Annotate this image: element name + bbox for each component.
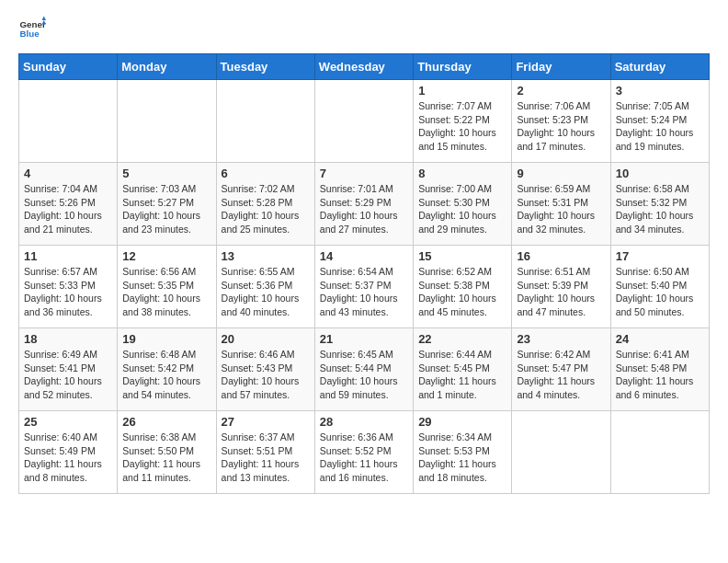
day-number: 23 xyxy=(517,332,605,346)
day-info: Sunrise: 7:00 AM Sunset: 5:30 PM Dayligh… xyxy=(418,182,506,236)
day-number: 5 xyxy=(122,167,210,180)
day-number: 12 xyxy=(122,249,210,263)
svg-text:Blue: Blue xyxy=(20,29,40,39)
svg-marker-2 xyxy=(42,17,47,21)
day-info: Sunrise: 6:44 AM Sunset: 5:45 PM Dayligh… xyxy=(418,348,506,402)
day-number: 19 xyxy=(122,332,210,346)
week-row-4: 18Sunrise: 6:49 AM Sunset: 5:41 PM Dayli… xyxy=(19,328,710,411)
calendar-cell: 15Sunrise: 6:52 AM Sunset: 5:38 PM Dayli… xyxy=(414,246,512,328)
day-number: 15 xyxy=(418,249,506,263)
calendar-cell: 4Sunrise: 7:04 AM Sunset: 5:26 PM Daylig… xyxy=(19,163,118,246)
day-number: 4 xyxy=(24,167,112,180)
calendar-cell: 3Sunrise: 7:05 AM Sunset: 5:24 PM Daylig… xyxy=(610,80,709,163)
day-info: Sunrise: 6:34 AM Sunset: 5:53 PM Dayligh… xyxy=(418,431,506,485)
calendar-cell: 7Sunrise: 7:01 AM Sunset: 5:29 PM Daylig… xyxy=(314,163,413,246)
day-info: Sunrise: 7:06 AM Sunset: 5:23 PM Dayligh… xyxy=(517,99,605,154)
calendar-cell: 6Sunrise: 7:02 AM Sunset: 5:28 PM Daylig… xyxy=(216,163,314,246)
calendar-cell: 29Sunrise: 6:34 AM Sunset: 5:53 PM Dayli… xyxy=(414,411,512,494)
day-info: Sunrise: 6:41 AM Sunset: 5:48 PM Dayligh… xyxy=(616,348,704,402)
weekday-row: SundayMondayTuesdayWednesdayThursdayFrid… xyxy=(19,54,710,80)
week-row-3: 11Sunrise: 6:57 AM Sunset: 5:33 PM Dayli… xyxy=(19,246,710,328)
day-info: Sunrise: 6:50 AM Sunset: 5:40 PM Dayligh… xyxy=(616,265,704,319)
calendar-cell xyxy=(610,411,709,494)
header: General Blue xyxy=(18,15,710,42)
weekday-header-wednesday: Wednesday xyxy=(314,54,413,80)
calendar-cell: 1Sunrise: 7:07 AM Sunset: 5:22 PM Daylig… xyxy=(414,80,512,163)
calendar-cell: 26Sunrise: 6:38 AM Sunset: 5:50 PM Dayli… xyxy=(118,411,216,494)
weekday-header-tuesday: Tuesday xyxy=(216,54,314,80)
day-number: 3 xyxy=(616,84,704,98)
calendar-cell: 11Sunrise: 6:57 AM Sunset: 5:33 PM Dayli… xyxy=(19,246,118,328)
day-number: 20 xyxy=(222,332,310,346)
day-number: 18 xyxy=(24,332,112,346)
calendar-cell: 17Sunrise: 6:50 AM Sunset: 5:40 PM Dayli… xyxy=(610,246,709,328)
calendar-cell: 14Sunrise: 6:54 AM Sunset: 5:37 PM Dayli… xyxy=(314,246,413,328)
day-info: Sunrise: 7:03 AM Sunset: 5:27 PM Dayligh… xyxy=(122,182,210,236)
calendar-cell: 8Sunrise: 7:00 AM Sunset: 5:30 PM Daylig… xyxy=(414,163,512,246)
day-info: Sunrise: 6:58 AM Sunset: 5:32 PM Dayligh… xyxy=(616,182,704,236)
calendar-cell xyxy=(216,80,314,163)
svg-text:General: General xyxy=(20,19,47,29)
day-info: Sunrise: 7:02 AM Sunset: 5:28 PM Dayligh… xyxy=(222,182,310,236)
day-info: Sunrise: 6:56 AM Sunset: 5:35 PM Dayligh… xyxy=(122,265,210,319)
day-info: Sunrise: 6:38 AM Sunset: 5:50 PM Dayligh… xyxy=(122,431,210,485)
week-row-1: 1Sunrise: 7:07 AM Sunset: 5:22 PM Daylig… xyxy=(19,80,710,163)
calendar-cell: 21Sunrise: 6:45 AM Sunset: 5:44 PM Dayli… xyxy=(314,328,413,411)
day-number: 2 xyxy=(517,84,605,98)
day-number: 7 xyxy=(320,167,408,180)
calendar-cell xyxy=(314,80,413,163)
calendar-cell: 2Sunrise: 7:06 AM Sunset: 5:23 PM Daylig… xyxy=(512,80,610,163)
calendar-cell xyxy=(118,80,216,163)
day-info: Sunrise: 6:57 AM Sunset: 5:33 PM Dayligh… xyxy=(24,265,112,319)
day-info: Sunrise: 6:54 AM Sunset: 5:37 PM Dayligh… xyxy=(320,265,408,319)
day-info: Sunrise: 7:01 AM Sunset: 5:29 PM Dayligh… xyxy=(320,182,408,236)
day-number: 28 xyxy=(320,415,408,429)
logo: General Blue xyxy=(18,15,46,42)
calendar-table: SundayMondayTuesdayWednesdayThursdayFrid… xyxy=(18,53,710,494)
calendar-cell xyxy=(512,411,610,494)
calendar-cell: 16Sunrise: 6:51 AM Sunset: 5:39 PM Dayli… xyxy=(512,246,610,328)
day-info: Sunrise: 6:45 AM Sunset: 5:44 PM Dayligh… xyxy=(320,348,408,402)
weekday-header-monday: Monday xyxy=(118,54,216,80)
weekday-header-saturday: Saturday xyxy=(610,54,709,80)
day-info: Sunrise: 6:49 AM Sunset: 5:41 PM Dayligh… xyxy=(24,348,112,402)
day-info: Sunrise: 7:05 AM Sunset: 5:24 PM Dayligh… xyxy=(616,99,704,154)
day-info: Sunrise: 6:48 AM Sunset: 5:42 PM Dayligh… xyxy=(122,348,210,402)
day-number: 21 xyxy=(320,332,408,346)
day-number: 22 xyxy=(418,332,506,346)
day-number: 9 xyxy=(517,167,605,180)
week-row-2: 4Sunrise: 7:04 AM Sunset: 5:26 PM Daylig… xyxy=(19,163,710,246)
weekday-header-sunday: Sunday xyxy=(19,54,118,80)
day-number: 17 xyxy=(616,249,704,263)
weekday-header-thursday: Thursday xyxy=(414,54,512,80)
day-number: 29 xyxy=(418,415,506,429)
calendar-header: SundayMondayTuesdayWednesdayThursdayFrid… xyxy=(19,54,710,80)
calendar-cell: 25Sunrise: 6:40 AM Sunset: 5:49 PM Dayli… xyxy=(19,411,118,494)
day-info: Sunrise: 6:55 AM Sunset: 5:36 PM Dayligh… xyxy=(222,265,310,319)
weekday-header-friday: Friday xyxy=(512,54,610,80)
calendar-cell: 13Sunrise: 6:55 AM Sunset: 5:36 PM Dayli… xyxy=(216,246,314,328)
calendar-cell: 24Sunrise: 6:41 AM Sunset: 5:48 PM Dayli… xyxy=(610,328,709,411)
day-number: 10 xyxy=(616,167,704,180)
calendar-body: 1Sunrise: 7:07 AM Sunset: 5:22 PM Daylig… xyxy=(19,80,710,494)
calendar-cell: 23Sunrise: 6:42 AM Sunset: 5:47 PM Dayli… xyxy=(512,328,610,411)
calendar-cell xyxy=(19,80,118,163)
day-info: Sunrise: 6:37 AM Sunset: 5:51 PM Dayligh… xyxy=(222,431,310,485)
day-number: 16 xyxy=(517,249,605,263)
day-info: Sunrise: 6:40 AM Sunset: 5:49 PM Dayligh… xyxy=(24,431,112,485)
day-number: 1 xyxy=(418,84,506,98)
calendar-cell: 5Sunrise: 7:03 AM Sunset: 5:27 PM Daylig… xyxy=(118,163,216,246)
calendar-cell: 12Sunrise: 6:56 AM Sunset: 5:35 PM Dayli… xyxy=(118,246,216,328)
day-number: 6 xyxy=(222,167,310,180)
calendar-cell: 22Sunrise: 6:44 AM Sunset: 5:45 PM Dayli… xyxy=(414,328,512,411)
day-info: Sunrise: 7:07 AM Sunset: 5:22 PM Dayligh… xyxy=(418,99,506,154)
week-row-5: 25Sunrise: 6:40 AM Sunset: 5:49 PM Dayli… xyxy=(19,411,710,494)
day-info: Sunrise: 6:59 AM Sunset: 5:31 PM Dayligh… xyxy=(517,182,605,236)
calendar-cell: 9Sunrise: 6:59 AM Sunset: 5:31 PM Daylig… xyxy=(512,163,610,246)
calendar-cell: 20Sunrise: 6:46 AM Sunset: 5:43 PM Dayli… xyxy=(216,328,314,411)
day-info: Sunrise: 6:36 AM Sunset: 5:52 PM Dayligh… xyxy=(320,431,408,485)
calendar-cell: 10Sunrise: 6:58 AM Sunset: 5:32 PM Dayli… xyxy=(610,163,709,246)
day-number: 24 xyxy=(616,332,704,346)
day-number: 13 xyxy=(222,249,310,263)
day-info: Sunrise: 6:46 AM Sunset: 5:43 PM Dayligh… xyxy=(222,348,310,402)
